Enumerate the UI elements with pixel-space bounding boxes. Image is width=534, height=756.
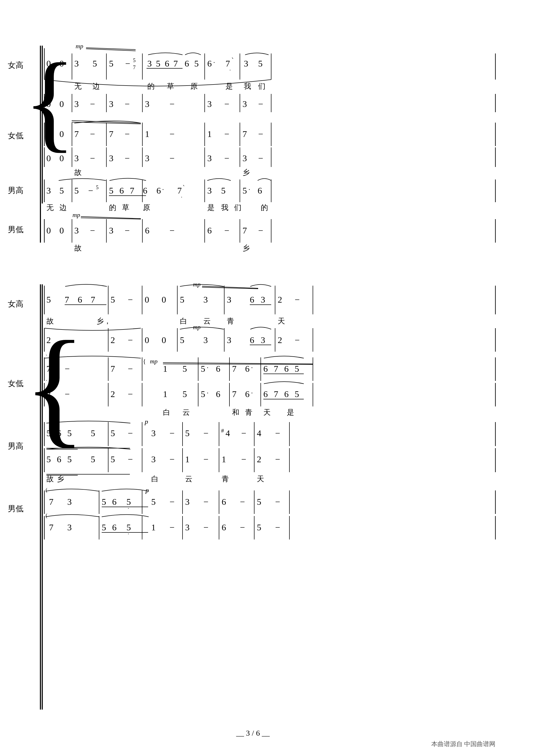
svg-text:3: 3 <box>109 99 114 109</box>
svg-text:−: − <box>125 153 130 163</box>
svg-text:1: 1 <box>145 129 149 139</box>
svg-text:乡: 乡 <box>242 168 250 176</box>
svg-text:ˋ: ˋ <box>183 184 185 191</box>
svg-text:5: 5 <box>185 428 190 438</box>
svg-text:7: 7 <box>111 364 115 374</box>
svg-text:3: 3 <box>244 59 248 68</box>
svg-text:7: 7 <box>49 523 53 532</box>
svg-text:`: ` <box>46 379 47 385</box>
svg-text:5: 5 <box>91 428 95 438</box>
svg-text:·: · <box>207 389 209 397</box>
svg-text:白: 白 <box>163 408 170 416</box>
svg-text:3: 3 <box>227 295 231 305</box>
svg-text:1: 1 <box>207 129 212 139</box>
svg-text:乡，: 乡， <box>96 317 111 325</box>
svg-text:乡: 乡 <box>57 475 64 483</box>
svg-text:3: 3 <box>74 59 79 68</box>
svg-text:−: − <box>258 153 263 163</box>
svg-text:6: 6 <box>258 186 262 195</box>
svg-text:1: 1 <box>222 454 226 464</box>
svg-text:5: 5 <box>102 497 106 507</box>
svg-text:青: 青 <box>227 317 234 325</box>
svg-text:−: − <box>125 129 130 139</box>
svg-text:5: 5 <box>46 295 51 305</box>
svg-text:1: 1 <box>163 364 167 374</box>
svg-text:−: − <box>125 226 130 235</box>
svg-text:3: 3 <box>74 99 79 109</box>
svg-text:6: 6 <box>222 523 226 532</box>
svg-text:5: 5 <box>133 57 136 63</box>
svg-text:−: − <box>88 186 93 195</box>
svg-text:−: − <box>275 454 280 464</box>
svg-text:原: 原 <box>143 203 150 212</box>
svg-text:7: 7 <box>74 129 79 139</box>
svg-text:3: 3 <box>46 186 51 195</box>
svg-text:6: 6 <box>284 389 289 399</box>
svg-text:2: 2 <box>46 335 51 345</box>
svg-text:{: { <box>23 314 86 459</box>
svg-text:0: 0 <box>46 59 51 68</box>
svg-text:mp: mp <box>76 43 83 50</box>
page-number: __ 3 / 6 __ <box>236 729 270 737</box>
svg-text:−: − <box>275 428 280 438</box>
svg-text:5: 5 <box>183 364 187 374</box>
svg-text:0: 0 <box>46 226 51 235</box>
svg-text:−: − <box>128 428 133 438</box>
svg-text:6: 6 <box>185 59 189 68</box>
svg-text:−: − <box>258 99 263 109</box>
svg-text:6: 6 <box>145 226 149 235</box>
svg-text:7: 7 <box>232 364 237 374</box>
svg-text:7: 7 <box>65 295 69 305</box>
svg-text:6: 6 <box>78 295 82 305</box>
svg-text:−: − <box>240 497 245 507</box>
svg-text:mp: mp <box>72 212 80 218</box>
watermark: 本曲谱源自 中国曲谱网 <box>431 741 496 747</box>
svg-text:(: ( <box>46 513 47 519</box>
svg-text:6: 6 <box>119 186 124 195</box>
svg-text:0: 0 <box>60 129 64 139</box>
svg-text:5: 5 <box>242 186 247 195</box>
svg-text:7: 7 <box>109 129 114 139</box>
svg-text:`: ` <box>46 354 47 360</box>
svg-text:−: − <box>203 428 208 438</box>
svg-text:7: 7 <box>133 65 136 70</box>
svg-text:是: 是 <box>287 408 294 416</box>
svg-text:−: − <box>224 99 229 109</box>
svg-text:7: 7 <box>46 364 51 374</box>
svg-text:−: − <box>258 129 263 139</box>
svg-text:−: − <box>169 129 174 139</box>
svg-text:3: 3 <box>261 335 265 345</box>
svg-text:6: 6 <box>250 335 254 345</box>
svg-text:5: 5 <box>102 523 106 532</box>
svg-text:−: − <box>275 497 280 507</box>
svg-text:天: 天 <box>263 408 271 416</box>
svg-text:3: 3 <box>145 99 149 109</box>
svg-text:−: − <box>224 226 229 235</box>
svg-text:0: 0 <box>46 129 51 139</box>
svg-text:5: 5 <box>151 497 156 507</box>
svg-text:6: 6 <box>222 497 226 507</box>
svg-text:5: 5 <box>156 59 160 68</box>
svg-text:6: 6 <box>112 497 116 507</box>
svg-text:边: 边 <box>92 82 100 90</box>
svg-text:5: 5 <box>46 428 51 438</box>
svg-text:3: 3 <box>109 153 114 163</box>
svg-text:·: · <box>248 186 250 193</box>
svg-text:5: 5 <box>194 59 199 68</box>
svg-text:5: 5 <box>109 59 114 68</box>
svg-text:白: 白 <box>180 317 187 325</box>
svg-text:故: 故 <box>74 244 82 252</box>
svg-text:无: 无 <box>74 82 82 90</box>
svg-text:3: 3 <box>261 295 265 305</box>
svg-text:−: − <box>295 295 300 305</box>
svg-text:5: 5 <box>46 454 51 464</box>
svg-text:2: 2 <box>278 335 282 345</box>
svg-text:白: 白 <box>151 475 159 483</box>
svg-text:3: 3 <box>207 99 212 109</box>
svg-text:−: − <box>169 523 174 532</box>
svg-text:−: − <box>90 153 95 163</box>
svg-text:0: 0 <box>60 153 64 163</box>
svg-text:7: 7 <box>232 389 237 399</box>
svg-text:5: 5 <box>111 295 115 305</box>
svg-text:{: { <box>143 358 146 365</box>
